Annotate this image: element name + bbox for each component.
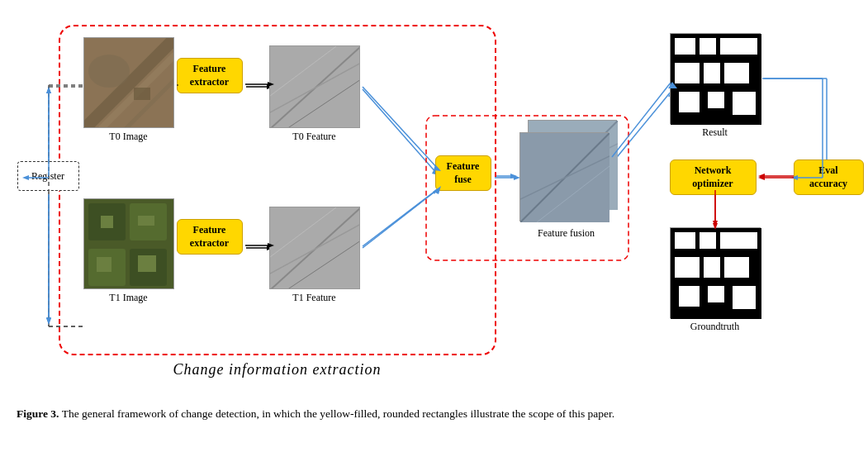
- svg-line-21: [614, 91, 671, 161]
- svg-rect-84: [708, 286, 724, 302]
- svg-rect-65: [675, 38, 695, 55]
- svg-rect-37: [134, 88, 150, 100]
- t0-feature-label: T0 Feature: [269, 131, 360, 143]
- feature-extractor-t0-box: Featureextractor: [177, 58, 243, 93]
- svg-marker-30: [758, 174, 765, 179]
- svg-rect-66: [700, 38, 716, 55]
- svg-marker-10: [46, 317, 51, 324]
- svg-rect-43: [101, 216, 113, 228]
- network-optimizer-label: Networkoptimizer: [692, 164, 733, 189]
- svg-rect-81: [704, 257, 720, 278]
- svg-rect-78: [720, 232, 741, 249]
- diagram-container: Change information extraction Register T…: [17, 17, 851, 397]
- groundtruth-image: [670, 227, 761, 318]
- feature-fuse-label: Featurefuse: [447, 160, 480, 185]
- svg-rect-82: [724, 257, 749, 278]
- t0-feature-image: [269, 45, 360, 128]
- result-image: [670, 33, 761, 124]
- change-info-label: Change information extraction: [173, 361, 382, 378]
- svg-point-36: [88, 55, 130, 88]
- feature-fuse-box: Featurefuse: [435, 155, 491, 191]
- t1-feature-image: [269, 207, 360, 289]
- svg-rect-45: [97, 257, 111, 272]
- register-label: Register: [31, 170, 64, 183]
- feature-fusion-label: Feature fusion: [513, 227, 620, 240]
- network-optimizer-box: Networkoptimizer: [670, 159, 757, 195]
- t1-image-label: T1 Image: [83, 292, 174, 304]
- svg-marker-28: [713, 221, 718, 227]
- svg-rect-70: [704, 63, 720, 83]
- figure-number: Figure 3.: [17, 407, 59, 420]
- t0-image-label: T0 Image: [83, 131, 174, 143]
- svg-marker-106: [758, 175, 765, 180]
- register-box: Register: [17, 161, 79, 191]
- svg-marker-20: [510, 174, 517, 179]
- svg-rect-46: [138, 255, 156, 272]
- svg-rect-71: [724, 63, 749, 83]
- t1-feature-label: T1 Feature: [269, 292, 360, 304]
- eval-accuracy-label: Evalaccuracy: [809, 164, 847, 189]
- t0-image: [83, 37, 174, 128]
- svg-marker-115: [46, 318, 51, 325]
- svg-line-97: [612, 83, 671, 157]
- svg-rect-76: [675, 232, 695, 249]
- svg-marker-8: [46, 87, 51, 93]
- svg-rect-68: [741, 38, 757, 55]
- svg-rect-85: [733, 286, 756, 309]
- feature-extractor-t0-label: Featureextractor: [190, 63, 229, 88]
- svg-rect-73: [708, 92, 724, 108]
- svg-rect-83: [679, 286, 700, 307]
- svg-rect-80: [675, 257, 700, 278]
- svg-rect-74: [733, 92, 756, 115]
- svg-marker-113: [46, 87, 51, 93]
- result-label: Result: [670, 126, 761, 139]
- feature-extractor-t1-box: Featureextractor: [177, 219, 243, 255]
- caption-text: The general framework of change detectio…: [59, 407, 615, 420]
- groundtruth-label: Groundtruth: [670, 321, 761, 333]
- svg-rect-67: [720, 38, 741, 55]
- feature-extractor-t1-label: Featureextractor: [190, 224, 229, 249]
- t1-image: [83, 198, 174, 289]
- svg-rect-69: [675, 63, 700, 83]
- eval-accuracy-box: Evalaccuracy: [794, 159, 864, 195]
- svg-rect-79: [741, 232, 757, 249]
- figure-caption: Figure 3. The general framework of chang…: [17, 405, 826, 423]
- feature-fusion-image-front: [519, 132, 609, 221]
- svg-rect-44: [138, 216, 154, 226]
- svg-rect-72: [679, 92, 700, 112]
- svg-rect-77: [700, 232, 716, 249]
